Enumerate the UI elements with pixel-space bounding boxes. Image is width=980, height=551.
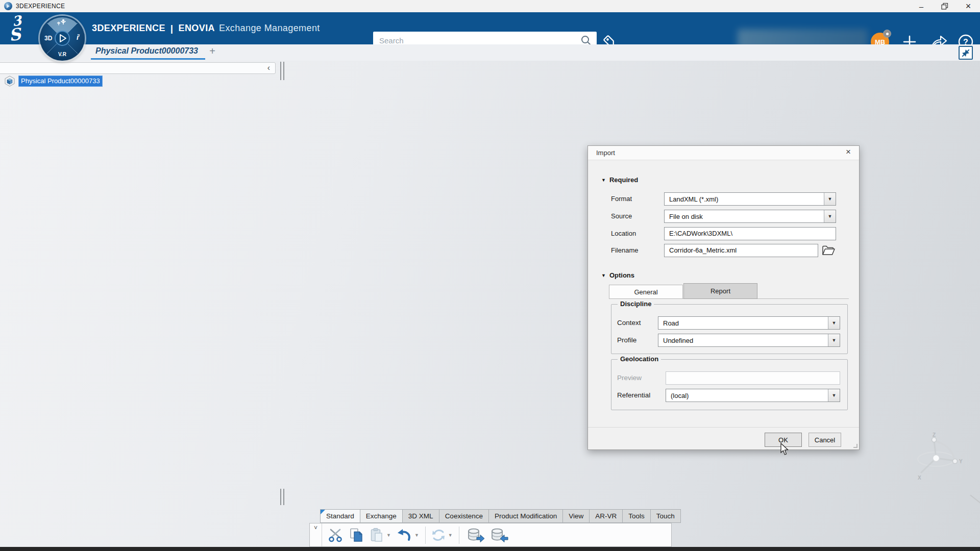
- paste-button[interactable]: [369, 528, 384, 543]
- undo-dropdown-arrow[interactable]: ▼: [414, 533, 419, 538]
- active-tab-underline: [91, 58, 205, 60]
- new-tab-button[interactable]: +: [206, 45, 218, 58]
- toolbar-separator: [425, 527, 426, 544]
- maximize-button[interactable]: [933, 0, 957, 12]
- copy-button[interactable]: [349, 528, 364, 543]
- product-cube-icon: [4, 76, 15, 87]
- scissors-icon: [327, 528, 344, 543]
- dialog-resize-grip[interactable]: [853, 444, 857, 448]
- required-section-header[interactable]: ▼ Required: [601, 176, 638, 184]
- toolbar-separator: [459, 527, 459, 544]
- required-section-label: Required: [609, 176, 638, 184]
- bottom-tab-3d-xml[interactable]: 3D XML: [402, 509, 439, 523]
- refresh-dropdown-arrow[interactable]: ▼: [448, 533, 453, 538]
- minimize-icon: –: [919, 2, 923, 11]
- dropdown-arrow-icon[interactable]: ▼: [824, 193, 836, 205]
- compass-3d-label[interactable]: 3D: [44, 35, 52, 42]
- mouse-cursor: [779, 443, 790, 456]
- splitter-grip-bottom[interactable]: [280, 489, 285, 505]
- import-dialog: Import × ▼ Required Format LandXML (*.xm…: [587, 145, 860, 450]
- dialog-titlebar[interactable]: Import ×: [588, 146, 859, 160]
- context-value: Road: [658, 317, 828, 329]
- format-row: Format LandXML (*.xml) ▼: [611, 192, 836, 206]
- options-section-header[interactable]: ▼ Options: [601, 271, 634, 279]
- cut-button[interactable]: [327, 528, 344, 543]
- tab-physical-product[interactable]: Physical Product00000733: [95, 46, 198, 56]
- bottom-tab-ar-vr[interactable]: AR-VR: [589, 509, 623, 523]
- browse-folder-button[interactable]: [821, 243, 836, 257]
- search-input[interactable]: [373, 36, 580, 45]
- app-icon: [4, 2, 12, 10]
- format-value: LandXML (*.xml): [665, 193, 824, 205]
- tab-general[interactable]: General: [609, 285, 683, 299]
- preview-row: Preview: [617, 371, 840, 385]
- location-input[interactable]: [664, 227, 836, 240]
- tree-item-label[interactable]: Physical Product00000733: [19, 76, 102, 86]
- filename-label: Filename: [611, 246, 664, 254]
- copy-icon: [349, 528, 364, 543]
- location-label: Location: [611, 230, 664, 237]
- chevron-down-icon: ˅: [314, 524, 317, 532]
- splitter-grip-top[interactable]: [280, 62, 285, 80]
- export-to-database-button[interactable]: [467, 528, 485, 543]
- format-dropdown[interactable]: LandXML (*.xml) ▼: [664, 192, 836, 206]
- toolbar-overflow-button[interactable]: ˅: [310, 523, 322, 546]
- bottom-tab-coexistence[interactable]: Coexistence: [439, 509, 489, 523]
- dropdown-arrow-icon[interactable]: ▼: [828, 389, 840, 402]
- import-from-database-button[interactable]: [490, 528, 508, 543]
- source-row: Source File on disk ▼: [611, 209, 836, 223]
- bottom-tab-tools[interactable]: Tools: [622, 509, 651, 523]
- compass-vr-label[interactable]: V.R: [58, 52, 66, 57]
- bottom-tab-exchange[interactable]: Exchange: [360, 509, 403, 523]
- bottom-status-bar: [0, 547, 980, 551]
- dropdown-arrow-icon[interactable]: ▼: [828, 317, 840, 329]
- compass-info-label[interactable]: ii: [77, 33, 80, 41]
- preview-input: [666, 371, 840, 385]
- source-dropdown[interactable]: File on disk ▼: [664, 210, 836, 223]
- window-title: 3DEXPERIENCE: [16, 3, 65, 10]
- filename-input[interactable]: [664, 244, 818, 257]
- refresh-button[interactable]: [431, 528, 446, 543]
- dassault-3ds-logo-icon: 3 S: [6, 14, 37, 42]
- app-header: 3 S 3DEXPERIENCE | ENOVIA Exchange Manag…: [0, 12, 980, 44]
- dialog-close-button[interactable]: ×: [843, 147, 854, 157]
- referential-dropdown[interactable]: (local) ▼: [666, 389, 840, 402]
- minimize-button[interactable]: –: [910, 0, 933, 12]
- dropdown-arrow-icon[interactable]: ▼: [828, 334, 840, 346]
- chevron-left-icon[interactable]: ‹: [267, 63, 270, 72]
- tab-report[interactable]: Report: [683, 283, 757, 299]
- preview-label: Preview: [617, 374, 666, 382]
- brand-separator: |: [170, 23, 174, 34]
- dropdown-arrow-icon[interactable]: ▼: [824, 210, 836, 222]
- bottom-tab-standard[interactable]: Standard: [320, 509, 360, 523]
- close-button[interactable]: ×: [957, 0, 980, 12]
- tree-item[interactable]: Physical Product00000733: [4, 76, 102, 87]
- geolocation-legend: Geolocation: [618, 355, 661, 363]
- context-row: Context Road ▼: [617, 316, 840, 330]
- profile-row: Profile Undefined ▼: [617, 333, 840, 347]
- tree-scrollbar[interactable]: ‹: [0, 62, 276, 74]
- referential-row: Referential (local) ▼: [617, 388, 840, 402]
- undo-button[interactable]: [396, 528, 412, 543]
- bottom-tab-view[interactable]: View: [562, 509, 590, 523]
- format-label: Format: [611, 195, 664, 203]
- avatar-status-badge: [883, 30, 891, 38]
- collapse-viewport-button[interactable]: [959, 46, 973, 60]
- location-row: Location: [611, 227, 836, 240]
- options-section-label: Options: [609, 271, 634, 279]
- brand-title: 3DEXPERIENCE | ENOVIA Exchange Managemen…: [92, 12, 320, 44]
- refresh-icon: [431, 528, 446, 543]
- brand-3dexperience: 3DEXPERIENCE: [92, 23, 165, 34]
- compass-play-button[interactable]: [55, 31, 70, 46]
- bottom-tab-touch[interactable]: Touch: [650, 509, 681, 523]
- compass-widget[interactable]: 3D ii V.R: [40, 16, 85, 61]
- undo-icon: [396, 528, 412, 543]
- axis-triad[interactable]: Z Y X: [908, 433, 964, 481]
- profile-dropdown[interactable]: Undefined ▼: [658, 334, 840, 347]
- paste-dropdown-arrow[interactable]: ▼: [386, 533, 391, 538]
- bottom-tab-product-modification[interactable]: Product Modification: [488, 509, 563, 523]
- context-label: Context: [617, 319, 658, 327]
- context-dropdown[interactable]: Road ▼: [658, 316, 840, 330]
- cancel-button[interactable]: Cancel: [808, 433, 841, 447]
- referential-label: Referential: [617, 391, 666, 399]
